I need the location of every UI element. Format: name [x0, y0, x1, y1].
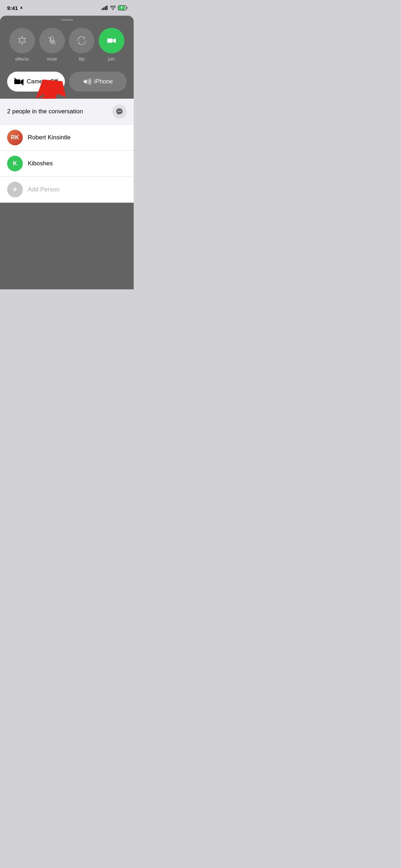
add-person-row[interactable]: + Add Person: [0, 177, 134, 203]
flip-button[interactable]: flip: [69, 28, 94, 62]
battery-icon: [118, 5, 128, 10]
camera-off-label: Camera Off: [27, 78, 58, 85]
avatar-rk: RK: [7, 130, 23, 145]
effects-button[interactable]: effects: [9, 28, 35, 62]
signal-icon: [102, 6, 108, 10]
controls-area: effects mute: [0, 21, 134, 99]
person-name-rk: Robert Kinsintle: [28, 134, 71, 141]
person-row-rk: RK Robert Kinsintle: [0, 125, 134, 151]
list-area: 2 people in the conversation RK Robert K…: [0, 99, 134, 203]
location-icon: [19, 6, 24, 10]
svg-rect-2: [105, 6, 106, 10]
svg-point-14: [120, 111, 121, 112]
add-person-avatar: +: [7, 182, 23, 197]
person-name-k: Kiboshes: [28, 160, 53, 167]
time-display: 9:41: [7, 5, 18, 11]
camera-off-button[interactable]: Camera Off: [7, 72, 65, 92]
flip-circle: [69, 28, 94, 53]
join-button[interactable]: join: [99, 28, 124, 62]
flip-label: flip: [79, 56, 85, 62]
conversation-count: 2 people in the conversation: [7, 108, 83, 115]
mute-circle: [39, 28, 65, 53]
effects-icon: [16, 35, 28, 47]
main-panel: effects mute: [0, 16, 134, 99]
bottom-row: Camera Off iPhone: [7, 72, 127, 92]
svg-rect-1: [103, 7, 104, 10]
mute-button[interactable]: mute: [39, 28, 65, 62]
gray-background: [0, 203, 134, 289]
iphone-label: iPhone: [94, 78, 113, 85]
status-bar: 9:41: [0, 0, 134, 16]
status-icons: [102, 5, 128, 10]
mute-label: mute: [47, 56, 57, 62]
mute-icon: [46, 35, 58, 47]
join-circle: [99, 28, 124, 53]
svg-rect-8: [107, 38, 113, 43]
svg-rect-0: [102, 9, 103, 10]
chat-icon-button[interactable]: [112, 104, 127, 119]
svg-rect-6: [127, 7, 128, 9]
avatar-k: K: [7, 156, 23, 171]
svg-rect-3: [107, 6, 108, 10]
svg-point-13: [119, 111, 120, 112]
wifi-icon: [110, 6, 116, 10]
person-row-k: K Kiboshes: [0, 151, 134, 177]
effects-circle: [9, 28, 35, 53]
status-time: 9:41: [7, 5, 24, 11]
controls-button-row: effects mute: [7, 28, 127, 62]
chat-icon: [115, 108, 123, 115]
iphone-button[interactable]: iPhone: [69, 72, 127, 92]
join-label: join: [108, 56, 115, 62]
flip-icon: [76, 35, 88, 47]
join-icon: [106, 35, 118, 47]
svg-point-12: [118, 111, 118, 112]
speaker-icon: [83, 78, 91, 85]
effects-label: effects: [15, 56, 29, 62]
camera-off-icon: [14, 78, 24, 85]
conversation-header: 2 people in the conversation: [0, 99, 134, 125]
add-person-label: Add Person: [28, 186, 60, 193]
